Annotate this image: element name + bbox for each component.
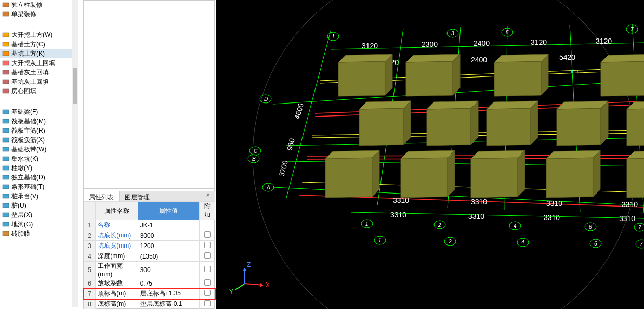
dim-top-0: 3120 [362,42,378,50]
grid-bubble-bot-7[interactable]: 7 [634,223,644,231]
foundation-block[interactable] [627,101,644,146]
tree-item-19[interactable]: 桩(U) [0,201,78,210]
row-number: 1 [84,220,96,230]
svg-text:C: C [254,148,258,154]
tree-item-0[interactable]: 独立柱装修 [0,0,78,9]
prop-row-5[interactable]: 5工作面宽(mm)300 [84,262,215,278]
tree-item-18[interactable]: 桩承台(V) [0,191,78,201]
foundation-block[interactable] [494,54,548,96]
svg-marker-77 [427,108,471,146]
tree-item-16[interactable]: 独立基础(D) [0,173,78,182]
tree-item-5[interactable]: 大开挖灰土回填 [0,58,78,68]
tree-item-21[interactable]: 地沟(G) [0,220,78,229]
foundation-block[interactable] [601,54,644,96]
grid-bubble-top-7[interactable]: 7 [626,25,638,33]
close-icon[interactable]: × [204,191,212,200]
tree-item-3[interactable]: 基槽土方(C) [0,40,78,49]
grid-bubble-bot2-7[interactable]: 7 [636,240,644,248]
grid-bubble-bot2-6[interactable]: 6 [590,239,601,248]
tree-item-14[interactable]: 集水坑(K) [0,154,78,163]
svg-marker-80 [487,108,531,146]
foundation-block[interactable] [406,54,460,96]
grid-bubble-bot-6[interactable]: 6 [585,223,596,231]
foundation-block[interactable] [427,101,478,146]
tree-item-22[interactable]: 砖胎膜 [0,229,78,238]
prop-value[interactable]: JK-1 [138,220,199,230]
prop-value[interactable]: (1350) [138,251,199,262]
grid-bubble-left-B[interactable]: B [248,154,259,163]
tree-item-13[interactable]: 基础板带(W) [0,145,78,154]
foundation-block[interactable] [401,150,455,198]
svg-text:D: D [264,96,268,102]
grid-bubble-bot2-4[interactable]: 4 [517,238,529,247]
foundation-block[interactable] [487,101,538,146]
svg-marker-71 [601,61,644,96]
3d-viewport[interactable]: 3120 2300 2400 3120 3120 5420 2400 5420 … [216,0,644,309]
tree-item-1[interactable]: 单梁装修 [0,9,78,19]
foundation-block[interactable] [359,101,411,146]
tree-item-4[interactable]: 基坑土方(K) [0,49,78,58]
prop-value[interactable]: 0.75 [138,278,199,289]
attach-checkbox[interactable] [204,231,211,238]
tree-item-10[interactable]: 筏板基础(M) [0,117,78,126]
prop-row-2[interactable]: 2坑底长(mm)3000 [84,230,215,241]
grid-bubble-top-5[interactable]: 5 [502,28,513,36]
tree-item-15[interactable]: 柱墩(Y) [0,163,78,173]
grid-bubble-bot-2[interactable]: 2 [434,221,445,229]
prop-row-6[interactable]: 6放坡系数0.75 [84,278,215,289]
attach-checkbox[interactable] [204,266,211,272]
grid-bubble-bot-4[interactable]: 4 [509,222,521,230]
foundation-block[interactable] [546,150,600,198]
grid-bubble-bot-1[interactable]: 1 [361,220,373,228]
tree-scrollbar-thumb[interactable] [73,68,77,104]
grid-bubble-left-C[interactable]: C [249,147,261,155]
pier-icon [2,164,9,172]
grid-bubble-left-A[interactable]: A [262,183,274,191]
tab-layer-mgmt[interactable]: 图层管理 [120,191,155,201]
prop-value[interactable]: 300 [138,262,199,278]
attach-checkbox[interactable] [204,290,211,296]
tree-item-2[interactable]: 大开挖土方(W) [0,30,78,40]
prop-row-8[interactable]: 8底标高(m)垫层底标高-0.1 [84,299,215,310]
tree-item-17[interactable]: 条形基础(T) [0,182,78,191]
tree-item-8[interactable]: 房心回填 [0,86,78,96]
foundation-block[interactable] [338,54,392,96]
prop-value[interactable]: 垫层底标高-0.1 [138,299,199,310]
prop-row-4[interactable]: 4深度(mm)(1350) [84,251,215,262]
attach-checkbox[interactable] [204,300,211,306]
tree-item-20[interactable]: 垫层(X) [0,210,78,220]
svg-marker-98 [546,158,593,198]
svg-text:A: A [266,185,270,190]
svg-marker-92 [401,158,448,198]
prop-row-3[interactable]: 3坑底宽(mm)1200 [84,241,215,251]
foundation-block[interactable] [627,150,644,198]
tree-label: 砖胎膜 [11,229,30,238]
prop-row-7[interactable]: 7顶标高(m)层底标高+1.35 [84,289,215,299]
tree-item-6[interactable]: 基槽灰土回填 [0,68,78,77]
tree-item-9[interactable]: 基础梁(F) [0,107,78,117]
col-value[interactable]: 属性值 [138,202,199,220]
tree-item-7[interactable]: 基坑灰土回填 [0,77,78,86]
prop-row-1[interactable]: 1名称JK-1 [84,220,215,230]
tree-scrollbar[interactable] [72,0,78,307]
grid-bubble-bot2-1[interactable]: 1 [374,236,386,244]
svg-marker-82 [531,101,538,145]
attach-checkbox[interactable] [204,242,211,248]
prop-value[interactable]: 3000 [138,230,199,241]
tab-property-list[interactable]: 属性列表 [84,191,120,201]
prop-value[interactable]: 1200 [138,241,199,251]
prop-name: 坑底长(mm) [96,230,138,241]
foundation-block[interactable] [557,101,608,146]
grid-bubble-left-D[interactable]: D [260,95,271,103]
foundation-block[interactable] [325,150,379,198]
svg-marker-91 [372,150,379,197]
tree-item-12[interactable]: 筏板负筋(X) [0,135,78,145]
attach-checkbox[interactable] [204,279,211,286]
prop-name: 工作面宽(mm) [96,262,138,278]
prop-value[interactable]: 层底标高+1.35 [138,289,199,299]
grid-bubble-bot2-2[interactable]: 2 [444,237,456,246]
tree-item-11[interactable]: 筏板主筋(R) [0,126,78,135]
foundation-block[interactable] [471,150,525,198]
attach-checkbox[interactable] [204,252,211,259]
grid-bubble-top-3[interactable]: 3 [447,29,458,37]
